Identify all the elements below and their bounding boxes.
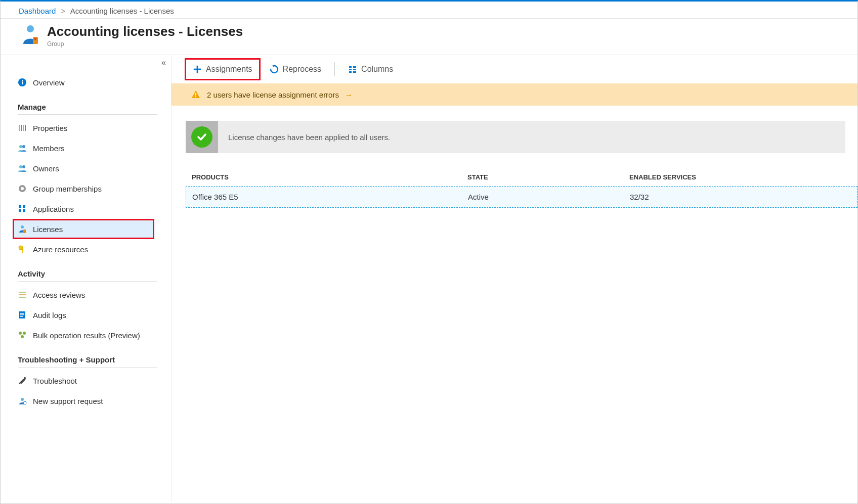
sidebar-item-licenses[interactable]: Licenses xyxy=(13,219,154,239)
svg-rect-41 xyxy=(349,69,352,70)
svg-rect-7 xyxy=(21,125,22,131)
checklist-icon xyxy=(18,290,27,299)
page-header: Accounting licenses - Licenses Group xyxy=(1,19,857,55)
svg-rect-40 xyxy=(353,66,356,68)
svg-rect-44 xyxy=(353,71,356,73)
licenses-table: Products State Enabled Services Office 3… xyxy=(186,168,857,208)
warning-icon xyxy=(191,89,201,100)
cell-services: 32/32 xyxy=(630,193,851,201)
svg-rect-30 xyxy=(20,316,23,317)
refresh-icon xyxy=(270,65,279,74)
svg-point-13 xyxy=(22,165,25,168)
svg-rect-6 xyxy=(19,125,20,131)
sidebar-item-label: New support request xyxy=(33,397,103,405)
toolbar-label: Reprocess xyxy=(283,65,321,74)
cell-state: Active xyxy=(468,193,630,201)
svg-point-10 xyxy=(19,145,22,148)
sidebar-section-support: Troubleshooting + Support xyxy=(18,355,157,368)
sidebar-item-azure-resources[interactable]: Azure resources xyxy=(1,239,171,259)
warning-banner[interactable]: 2 users have license assignment errors → xyxy=(171,83,857,106)
svg-rect-8 xyxy=(23,125,24,131)
svg-point-15 xyxy=(21,187,24,190)
svg-point-0 xyxy=(27,25,34,32)
sidebar-item-new-support[interactable]: New support request xyxy=(1,391,171,411)
toolbar-label: Assignments xyxy=(206,65,252,74)
column-header-state[interactable]: State xyxy=(467,173,629,181)
svg-point-2 xyxy=(34,38,36,40)
sidebar-item-bulk-operations[interactable]: Bulk operation results (Preview) xyxy=(1,325,171,345)
table-row[interactable]: Office 365 E5 Active 32/32 xyxy=(186,186,857,208)
sidebar-item-members[interactable]: Members xyxy=(1,138,171,158)
svg-rect-16 xyxy=(19,205,21,208)
group-license-icon xyxy=(19,24,42,47)
sidebar-section-manage: Manage xyxy=(18,103,157,115)
sidebar: « Overview Manage Properties Members xyxy=(1,55,171,501)
svg-point-35 xyxy=(21,398,24,401)
support-icon xyxy=(18,396,27,405)
sidebar-section-activity: Activity xyxy=(18,269,157,282)
checkmark-icon xyxy=(191,126,212,148)
sidebar-item-access-reviews[interactable]: Access reviews xyxy=(1,285,171,305)
sidebar-item-overview[interactable]: Overview xyxy=(1,72,171,93)
reprocess-button[interactable]: Reprocess xyxy=(263,59,328,79)
svg-point-12 xyxy=(19,165,22,168)
info-icon xyxy=(18,78,27,87)
sidebar-item-group-memberships[interactable]: Group memberships xyxy=(1,178,171,199)
svg-rect-43 xyxy=(349,71,352,73)
sidebar-item-label: Licenses xyxy=(33,225,63,234)
svg-rect-29 xyxy=(20,314,24,315)
sidebar-item-label: Audit logs xyxy=(33,311,66,319)
success-text: License changes have been applied to all… xyxy=(218,133,390,142)
breadcrumb: Dashboard > Accounting licenses - Licens… xyxy=(1,2,857,19)
cell-product: Office 365 E5 xyxy=(192,193,468,201)
svg-rect-19 xyxy=(23,209,25,212)
columns-icon xyxy=(348,65,357,74)
warning-text: 2 users have license assignment errors xyxy=(207,90,339,99)
svg-rect-17 xyxy=(23,205,25,208)
sidebar-item-label: Properties xyxy=(33,124,67,132)
svg-rect-42 xyxy=(353,69,356,70)
svg-rect-24 xyxy=(19,292,26,293)
columns-button[interactable]: Columns xyxy=(341,59,400,79)
breadcrumb-current: Accounting licenses - Licenses xyxy=(70,7,174,15)
svg-point-11 xyxy=(22,145,25,148)
column-header-products[interactable]: Products xyxy=(192,173,467,181)
breadcrumb-root[interactable]: Dashboard xyxy=(19,7,56,15)
svg-point-20 xyxy=(21,225,24,228)
properties-icon xyxy=(18,123,27,132)
sidebar-item-label: Applications xyxy=(33,205,74,213)
column-header-services[interactable]: Enabled Services xyxy=(629,173,851,181)
sidebar-collapse-icon[interactable]: « xyxy=(161,58,166,67)
page-title: Accounting licenses - Licenses xyxy=(47,24,243,39)
assignments-button[interactable]: Assignments xyxy=(186,59,260,79)
toolbar-label: Columns xyxy=(361,65,393,74)
sidebar-item-label: Azure resources xyxy=(33,245,88,254)
success-icon-container xyxy=(186,121,218,153)
svg-point-32 xyxy=(23,332,26,335)
sidebar-item-label: Bulk operation results (Preview) xyxy=(33,331,140,340)
svg-rect-28 xyxy=(20,313,24,314)
owners-icon xyxy=(18,164,27,173)
svg-rect-39 xyxy=(349,66,352,68)
svg-rect-5 xyxy=(22,80,23,81)
svg-point-33 xyxy=(21,335,24,338)
main-content: Assignments Reprocess Columns 2 users ha… xyxy=(171,55,857,501)
sidebar-item-audit-logs[interactable]: Audit logs xyxy=(1,305,171,325)
toolbar: Assignments Reprocess Columns xyxy=(171,55,857,83)
sidebar-item-owners[interactable]: Owners xyxy=(1,158,171,178)
key-icon xyxy=(18,245,27,254)
sidebar-item-troubleshoot[interactable]: Troubleshoot xyxy=(1,371,171,391)
sidebar-item-applications[interactable]: Applications xyxy=(1,199,171,219)
svg-rect-25 xyxy=(19,294,26,295)
members-icon xyxy=(18,144,27,153)
gear-icon xyxy=(18,184,27,193)
svg-point-34 xyxy=(24,377,26,379)
success-banner: License changes have been applied to all… xyxy=(186,121,845,153)
breadcrumb-separator: > xyxy=(61,7,66,15)
svg-rect-38 xyxy=(194,69,201,70)
log-icon xyxy=(18,310,27,319)
sidebar-item-properties[interactable]: Properties xyxy=(1,118,171,138)
svg-rect-9 xyxy=(25,125,26,131)
sidebar-item-label: Members xyxy=(33,144,65,153)
arrow-right-icon: → xyxy=(345,90,353,99)
